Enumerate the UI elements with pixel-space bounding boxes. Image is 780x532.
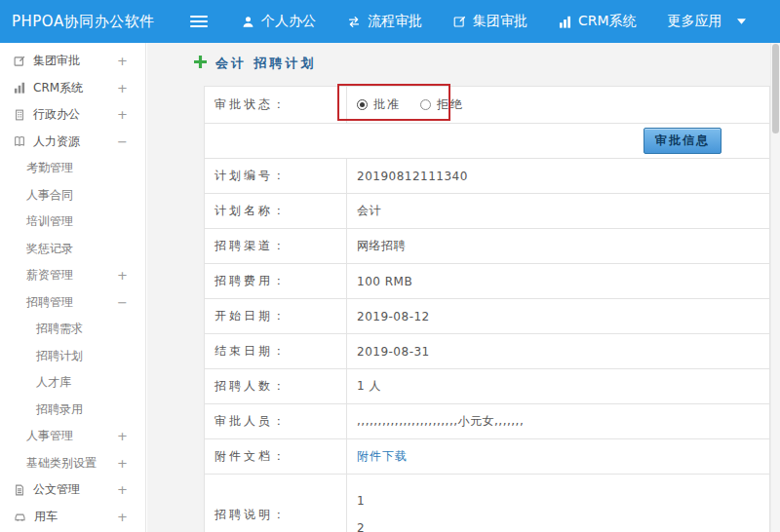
- sidebar-item-label: 基础类别设置: [26, 455, 97, 472]
- edit-icon: [14, 56, 25, 67]
- row-plan-number: 计划编号： 20190812111340: [205, 159, 769, 194]
- expand-icon[interactable]: +: [117, 482, 128, 497]
- nav-label: 更多应用: [668, 13, 722, 30]
- scrollbar-thumb[interactable]: [772, 44, 779, 133]
- edit-icon: [453, 16, 466, 28]
- row-headcount: 招聘人数： 1 人: [205, 369, 769, 404]
- sidebar-item-vehicle[interactable]: 用车 +: [0, 504, 145, 531]
- chart-icon: [14, 82, 25, 94]
- sidebar-item-recruitment-needs[interactable]: 招聘需求: [0, 316, 145, 343]
- field-value: 100 RMB: [347, 264, 769, 298]
- field-label: 开始日期：: [205, 299, 347, 333]
- radio-button-reject[interactable]: [420, 99, 431, 110]
- car-icon: [14, 511, 26, 522]
- sidebar-item-personnel-mgmt[interactable]: 人事管理 +: [0, 423, 145, 450]
- breadcrumb: 会计 招聘计划: [194, 54, 317, 72]
- expand-icon[interactable]: +: [117, 456, 128, 471]
- field-label: 招聘费用：: [205, 264, 347, 298]
- sidebar-item-documents[interactable]: 公文管理 +: [0, 476, 145, 504]
- nav-crm-system[interactable]: CRM系统: [559, 13, 637, 30]
- field-value: 1 2: [347, 475, 769, 532]
- field-label: 计划名称：: [205, 194, 347, 228]
- sidebar-item-personnel-contract[interactable]: 人事合同: [0, 182, 145, 209]
- menu-icon[interactable]: [185, 11, 213, 32]
- field-value: 1 人: [347, 369, 769, 403]
- button-cell: 审批信息: [205, 124, 769, 158]
- field-label: 结束日期：: [205, 334, 347, 368]
- field-label: 附件文档：: [205, 439, 347, 474]
- expand-icon[interactable]: +: [117, 107, 128, 122]
- field-value: 2019-08-12: [347, 299, 769, 333]
- radio-button-approve[interactable]: [357, 99, 368, 110]
- sidebar-item-attendance[interactable]: 考勤管理: [0, 155, 145, 182]
- nav-more-apps[interactable]: 更多应用: [668, 13, 746, 30]
- expand-icon[interactable]: +: [117, 268, 128, 283]
- sidebar-item-label: 用车: [34, 509, 58, 525]
- sidebar-item-recruitment-hiring[interactable]: 招聘录用: [0, 397, 145, 424]
- sidebar-item-admin-office[interactable]: 行政办公 +: [0, 101, 145, 129]
- page-title: 会计 招聘计划: [215, 55, 317, 72]
- sidebar-item-label: 招聘管理: [26, 294, 73, 311]
- sidebar: 集团审批 + CRM系统 + 行政办公 + 人力资源 − 考勤管理 人事合同 培…: [0, 43, 146, 532]
- sidebar-item-label: 人力资源: [33, 133, 80, 150]
- sidebar-item-training[interactable]: 培训管理: [0, 209, 145, 236]
- nav-process-approval[interactable]: 流程审批: [347, 13, 422, 30]
- add-icon: [194, 54, 207, 72]
- field-label: 招聘人数：: [205, 369, 347, 403]
- sidebar-item-salary[interactable]: 薪资管理 +: [0, 262, 145, 289]
- sidebar-item-recruitment[interactable]: 招聘管理 −: [0, 289, 145, 317]
- field-label: 计划编号：: [205, 159, 347, 193]
- expand-icon[interactable]: +: [117, 510, 128, 524]
- sidebar-item-label: 奖惩记录: [26, 241, 73, 257]
- field-value: 20190812111340: [347, 159, 769, 193]
- sidebar-item-label: 人事管理: [26, 428, 73, 444]
- expand-icon[interactable]: +: [117, 81, 128, 95]
- app-logo: PHPOA协同办公软件: [0, 13, 185, 31]
- nav-group-approval[interactable]: 集团审批: [453, 13, 527, 30]
- expand-icon[interactable]: +: [117, 54, 128, 68]
- approval-button-row: 审批信息: [205, 124, 769, 159]
- approval-info-button[interactable]: 审批信息: [644, 128, 722, 154]
- row-plan-name: 计划名称： 会计: [205, 194, 769, 229]
- collapse-icon[interactable]: −: [117, 295, 128, 310]
- sidebar-item-basic-categories[interactable]: 基础类别设置 +: [0, 450, 145, 477]
- approval-status-row: 审批状态： 批准 拒绝: [205, 87, 769, 124]
- caret-down-icon: [737, 19, 746, 24]
- nav-label: 个人办公: [261, 13, 316, 30]
- row-channel: 招聘渠道： 网络招聘: [205, 229, 769, 264]
- field-value: 附件下载: [347, 439, 769, 474]
- collapse-icon[interactable]: −: [117, 134, 128, 149]
- expand-icon[interactable]: +: [117, 429, 128, 443]
- description-line: 2: [357, 521, 365, 532]
- field-value: 会计: [347, 194, 769, 228]
- sidebar-item-label: 公文管理: [33, 481, 80, 498]
- sidebar-item-crm[interactable]: CRM系统 +: [0, 75, 145, 102]
- radio-reject[interactable]: 拒绝: [420, 96, 464, 113]
- radio-approve[interactable]: 批准: [357, 96, 401, 113]
- sidebar-item-talent-pool[interactable]: 人才库: [0, 369, 145, 397]
- field-label: 审批状态：: [205, 87, 347, 123]
- sidebar-item-recruitment-plan[interactable]: 招聘计划: [0, 343, 145, 370]
- building-icon: [14, 109, 25, 121]
- row-description: 招聘说明： 1 2: [205, 475, 769, 532]
- radio-label: 拒绝: [437, 96, 464, 113]
- field-value: 2019-08-31: [347, 334, 769, 368]
- sidebar-item-label: 招聘录用: [36, 401, 83, 418]
- sidebar-item-hr[interactable]: 人力资源 −: [0, 129, 145, 156]
- book-icon: [14, 135, 25, 147]
- sidebar-item-rewards[interactable]: 奖惩记录: [0, 236, 145, 263]
- sidebar-item-label: 人才库: [36, 374, 71, 391]
- sidebar-item-label: 薪资管理: [26, 267, 73, 284]
- nav-personal-office[interactable]: 个人办公: [242, 13, 316, 30]
- sidebar-item-group-approval[interactable]: 集团审批 +: [0, 48, 145, 75]
- person-icon: [242, 16, 254, 28]
- field-label: 招聘渠道：: [205, 229, 347, 263]
- row-attachment: 附件文档： 附件下载: [205, 439, 769, 475]
- sidebar-item-label: 集团审批: [33, 53, 80, 69]
- attachment-download-link[interactable]: 附件下载: [357, 448, 408, 465]
- field-label: 审批人员：: [205, 404, 347, 438]
- doc-icon: [14, 484, 25, 496]
- recruitment-plan-detail: 审批状态： 批准 拒绝 审批信息 计划编号： 20190812111340: [204, 86, 770, 532]
- nav-label: 流程审批: [368, 13, 422, 30]
- scrollbar[interactable]: [770, 43, 780, 532]
